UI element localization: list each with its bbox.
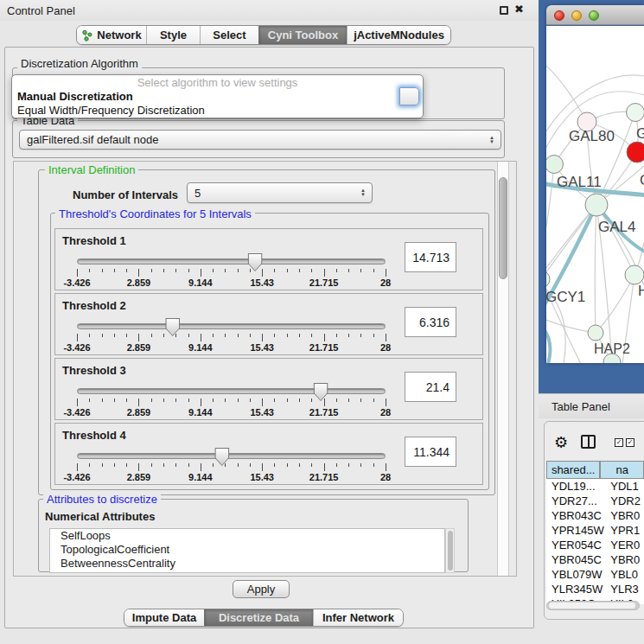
network-window-titlebar[interactable] [546,5,644,25]
scale-label: 15.43 [250,472,274,482]
node-gal4[interactable] [585,194,608,216]
tick-mark [336,269,337,272]
split-columns-icon[interactable] [581,435,596,449]
slider-track[interactable] [77,258,386,265]
apply-button[interactable]: Apply [233,580,290,598]
bottom-tab-impute-data[interactable]: Impute Data [124,609,204,626]
minimize-traffic-light-icon[interactable] [571,10,582,21]
table-row[interactable]: YBR045CYBR0 [546,552,644,567]
node-hap2[interactable] [588,325,603,341]
table-cell: YPR145W [546,523,607,538]
tick-mark [250,334,251,337]
network-edge[interactable] [546,62,587,122]
tick-mark [114,334,115,337]
checkbox-checked-icon[interactable]: ✓ [615,438,623,447]
algorithm-option-1[interactable]: Equal Width/Frequency Discretization [12,104,423,118]
bottom-tab-label: Impute Data [132,611,196,624]
float-window-icon[interactable] [500,6,508,15]
algorithm-combobox-focused-end[interactable] [399,87,419,105]
tick-mark [348,463,349,467]
scale-label: 21.715 [309,342,339,353]
table-row[interactable]: YLR345WYLR3 [546,582,644,596]
network-canvas[interactable]: GAL80GAGAL11CGAL4GCY1HHAP2 [546,26,644,363]
scale-label: 28 [380,407,391,418]
tab-style[interactable]: Style [146,26,200,44]
tick-mark [287,463,288,467]
tick-mark [138,399,139,406]
column-header-1[interactable]: na [600,461,644,479]
gear-icon[interactable]: ⚙ [554,433,568,451]
network-graph[interactable]: GAL80GAGAL11CGAL4GCY1HHAP2 [546,26,644,363]
bottom-tab-infer-network[interactable]: Infer Network [313,609,403,626]
table-row[interactable]: YPR145WYPR1 [546,523,644,538]
algorithm-option-0[interactable]: Manual Discretization [12,90,423,104]
tab-network[interactable]: Network [77,26,146,44]
bottom-tab-label: Discretize Data [219,611,299,624]
numerical-attributes-list[interactable]: SelfLoopsTopologicalCoefficientBetweenne… [49,528,445,573]
scale-label: 2.859 [127,472,151,482]
tick-mark [299,399,300,402]
tick-mark [348,399,349,402]
node-top-right[interactable] [627,104,644,122]
tick-mark [274,269,275,272]
node-right-mid[interactable] [625,265,644,284]
attribute-list-item[interactable]: SelfLoops [50,529,444,543]
combo-stepper-icon[interactable]: ▲▼ [360,188,372,197]
num-intervals-combobox[interactable]: 5 ▲▼ [187,182,373,203]
network-edge[interactable] [596,275,634,333]
slider-ticks [77,269,386,277]
threshold-value-field[interactable]: 21.4 [405,372,456,402]
combo-stepper-icon[interactable]: ▲▼ [489,136,501,144]
checkbox-checked-icon[interactable]: ✓ [626,438,634,447]
node-red-selected[interactable] [627,142,644,163]
network-window: GAL80GAGAL11CGAL4GCY1HHAP2 [546,5,644,363]
tick-mark [151,399,152,402]
tick-mark [299,269,300,272]
table-row[interactable]: YDR27...YDR2 [546,494,644,508]
tick-mark [336,334,337,337]
attributes-list-scrollbar[interactable] [445,528,455,573]
threshold-slider[interactable]: -3.4262.8599.14415.4321.71528 [77,385,386,419]
tab-select[interactable]: Select [200,26,258,44]
table-row[interactable]: YBL079WYBL0 [546,567,644,582]
slider-track[interactable] [77,388,386,394]
threshold-slider[interactable]: -3.4262.8599.14415.4321.71528 [77,255,386,290]
horizontal-scrollbar[interactable] [546,601,640,610]
network-edge[interactable] [595,205,596,333]
node-gal11[interactable] [546,156,564,174]
tab-jactivemnodules[interactable]: jActiveMNodules [347,26,450,44]
column-header-0[interactable]: shared... [546,461,600,479]
tick-mark [102,463,103,467]
bottom-tab-label: Infer Network [322,611,394,624]
table-row[interactable]: YBR043CYBR0 [546,508,644,523]
vertical-scrollbar-thumb[interactable] [499,177,507,279]
tick-mark [163,334,164,337]
tick-mark [114,463,115,467]
threshold-value-field[interactable]: 11.344 [405,437,456,467]
table-data-combobox[interactable]: galFiltered.sif default node ▲▼ [19,130,501,150]
attribute-list-item[interactable]: BetweennessCentrality [50,557,444,571]
slider-track[interactable] [77,323,386,329]
horizontal-scrollbar-thumb[interactable] [549,603,635,609]
scale-label: 2.859 [127,407,151,418]
attribute-list-item[interactable]: TopologicalCoefficient [50,543,444,557]
tick-mark [102,334,103,337]
table-cell: YPR1 [607,523,644,538]
tick-mark [274,334,275,337]
node-gcy1[interactable] [546,271,550,288]
node-table[interactable]: shared...naYDL19...YDL1YDR27...YDR2YBR04… [546,461,644,604]
threshold-value-field[interactable]: 6.316 [405,307,456,337]
threshold-slider[interactable]: -3.4262.8599.14415.4321.71528 [77,450,386,484]
threshold-value-field[interactable]: 14.713 [405,242,456,272]
bottom-tab-discretize-data[interactable]: Discretize Data [204,609,313,626]
table-row[interactable]: YDL19...YDL1 [546,479,644,494]
table-row[interactable]: YER054CYER0 [546,538,644,552]
zoom-traffic-light-icon[interactable] [589,10,599,21]
network-edge-thick[interactable] [546,324,550,363]
threshold-slider[interactable]: -3.4262.8599.14415.4321.71528 [77,320,386,354]
tab-cyni-toolbox[interactable]: Cyni Toolbox [258,26,347,44]
slider-track[interactable] [77,453,386,459]
close-icon[interactable]: ✖ [514,3,524,16]
attributes-list-scrollbar-thumb[interactable] [448,531,453,571]
close-traffic-light-icon[interactable] [554,10,564,21]
